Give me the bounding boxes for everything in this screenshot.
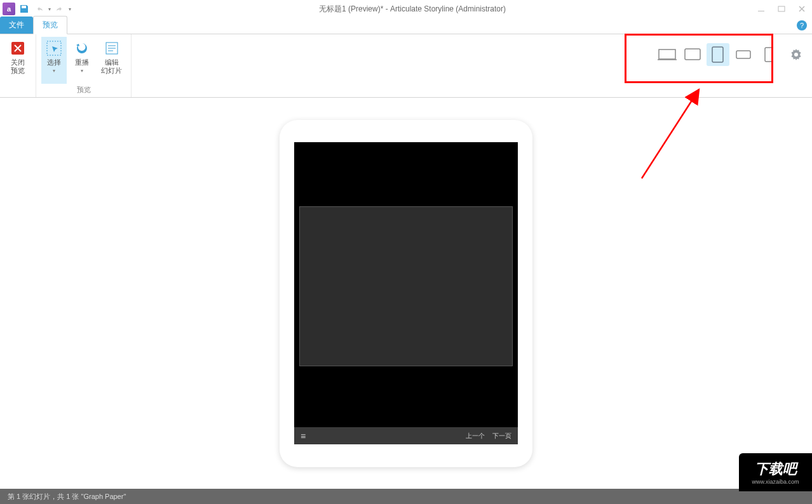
replay-label: 重播 [75,58,89,67]
player-bar: ≡ 上一个 下一页 [294,427,518,444]
quick-access-toolbar: a ▾ ▾ [3,3,71,15]
svg-rect-0 [758,11,764,11]
close-preview-label: 关闭预览 [11,58,25,75]
statusbar: 第 1 张幻灯片，共 1 张 "Graph Paper" [0,489,812,504]
ribbon-group-preview: 选择 ▾ 重播 ▾ 编辑幻灯片 预览 [36,34,132,97]
watermark-sub: www.xiazaiba.com [752,479,799,485]
device-desktop-button[interactable] [656,43,679,66]
maximize-button[interactable] [774,3,789,15]
replay-icon [73,39,91,57]
phone-landscape-icon [736,50,751,59]
app-icon: a [3,3,15,15]
close-button[interactable] [794,3,809,15]
desktop-icon [658,48,677,62]
device-tablet-landscape-button[interactable] [681,43,704,66]
close-icon [9,39,27,57]
device-frame: ≡ 上一个 下一页 [280,120,532,467]
svg-rect-12 [736,51,750,58]
ribbon-group-close-label [17,87,18,95]
svg-rect-1 [778,6,785,11]
prev-button[interactable]: 上一个 [466,432,485,441]
statusbar-text: 第 1 张幻灯片，共 1 张 "Graph Paper" [8,492,126,501]
titlebar: a ▾ ▾ 无标题1 (Preview)* - Articulate Story… [0,0,812,18]
device-phone-landscape-button[interactable] [732,43,755,66]
undo-dropdown[interactable]: ▾ [48,6,51,12]
player-menu-button[interactable]: ≡ [301,431,306,441]
svg-rect-11 [712,47,723,62]
device-screen: ≡ 上一个 下一页 [294,142,518,444]
edit-slide-icon [103,39,121,57]
svg-rect-10 [685,49,700,60]
minimize-button[interactable] [754,3,769,15]
select-icon [45,39,63,57]
gear-icon [790,49,802,60]
replay-button[interactable]: 重播 ▾ [69,37,95,84]
edit-slide-label: 编辑幻灯片 [101,58,122,75]
device-phone-portrait-button[interactable] [757,43,780,66]
device-tablet-portrait-button[interactable] [707,43,729,66]
edit-slide-button[interactable]: 编辑幻灯片 [97,37,126,84]
ribbon-tabs: 文件 预览 ? [0,18,812,34]
ribbon: 关闭预览 选择 ▾ 重播 ▾ [0,34,812,98]
ribbon-group-preview-label: 预览 [77,85,91,95]
select-label: 选择 [47,58,61,67]
tablet-landscape-icon [684,48,701,61]
redo-button[interactable] [53,3,66,15]
settings-button[interactable] [789,48,803,62]
ribbon-group-close: 关闭预览 [0,34,36,97]
watermark: 下载吧 www.xiazaiba.com [739,453,812,491]
close-preview-button[interactable]: 关闭预览 [5,37,30,86]
tab-file[interactable]: 文件 [0,17,33,34]
slide-content [299,206,513,366]
save-button[interactable] [18,3,30,15]
window-controls [754,3,809,15]
tablet-portrait-icon [712,46,724,63]
window-title: 无标题1 (Preview)* - Articulate Storyline (… [71,4,754,15]
annotation-arrow [623,83,718,185]
svg-line-14 [642,90,699,178]
next-button[interactable]: 下一页 [492,432,511,441]
device-toolbar [656,43,803,66]
svg-rect-8 [659,50,675,59]
player-nav: 上一个 下一页 [466,432,511,441]
select-dropdown-icon: ▾ [53,68,55,74]
svg-rect-13 [765,48,773,62]
tab-preview[interactable]: 预览 [33,16,67,34]
help-button[interactable]: ? [797,20,807,30]
select-button[interactable]: 选择 ▾ [41,37,67,84]
phone-portrait-icon [764,47,773,62]
undo-button[interactable] [33,3,46,15]
replay-dropdown-icon: ▾ [81,68,83,74]
preview-canvas: ≡ 上一个 下一页 [0,98,812,489]
watermark-main: 下载吧 [755,460,797,479]
